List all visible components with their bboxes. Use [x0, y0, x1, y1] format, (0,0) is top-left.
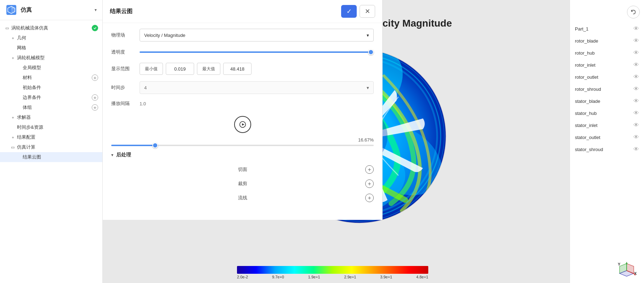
- tree-label-rc: 结果配置: [17, 134, 98, 140]
- post-header-arrow-icon: ▾: [111, 152, 113, 157]
- colorbar-label-2: 1.9e+1: [308, 275, 320, 279]
- post-item-slice: 切面 ＋: [111, 162, 374, 177]
- min-value-input[interactable]: [166, 63, 194, 75]
- add-material-icon[interactable]: ＋: [92, 74, 98, 81]
- layer-item-part1[interactable]: Part_1 👁: [570, 23, 644, 35]
- layer-item-rotor-outlet[interactable]: rotor_outlet 👁: [570, 71, 644, 83]
- layer-item-stator-inlet[interactable]: stator_inlet 👁: [570, 119, 644, 131]
- visibility-icon-rotor-outlet[interactable]: 👁: [633, 74, 639, 80]
- playback-section: 16.67%: [111, 113, 374, 149]
- layer-name-part1: Part_1: [575, 26, 633, 32]
- min-label-btn[interactable]: 最小值: [140, 63, 163, 75]
- post-processing-header[interactable]: ▾ 后处理: [111, 152, 374, 158]
- expand-icon: ▭: [4, 25, 10, 31]
- timestep-select[interactable]: 4 ▾: [140, 81, 374, 94]
- interval-label: 播放间隔: [111, 100, 140, 107]
- sidebar-item-sim-calc[interactable]: ▭ 仿真计算: [0, 142, 102, 152]
- visibility-icon-rotor-shroud[interactable]: 👁: [633, 86, 639, 92]
- timestep-chevron-icon: ▾: [367, 85, 369, 90]
- layer-item-rotor-inlet[interactable]: rotor_inlet 👁: [570, 59, 644, 71]
- clip-label: 裁剪: [120, 181, 365, 187]
- sidebar-item-material[interactable]: 材料 ＋: [0, 73, 102, 83]
- post-item-clip: 裁剪 ＋: [111, 177, 374, 191]
- expand-icon-sc: ▭: [10, 144, 16, 150]
- layer-name-stator-shroud: stator_shroud: [575, 147, 633, 152]
- close-button[interactable]: ✕: [360, 5, 375, 18]
- tree-label-bg: 体组: [23, 104, 90, 111]
- layer-item-rotor-hub[interactable]: rotor_hub 👁: [570, 47, 644, 59]
- physics-select-value: Velocity / Magnitude: [144, 33, 185, 38]
- layer-item-rotor-shroud[interactable]: rotor_shroud 👁: [570, 83, 644, 95]
- layer-item-stator-blade[interactable]: stator_blade 👁: [570, 95, 644, 107]
- sidebar-item-mesh[interactable]: 网格: [0, 43, 102, 53]
- right-sidebar: Part_1 👁 rotor_blade 👁 rotor_hub 👁 rotor…: [570, 0, 644, 283]
- max-label-btn[interactable]: 最大值: [197, 63, 220, 75]
- visibility-icon-stator-blade[interactable]: 👁: [633, 98, 639, 104]
- slider-thumb[interactable]: [368, 49, 374, 55]
- sidebar-item-timestep[interactable]: 时间步&资源: [0, 122, 102, 132]
- sidebar-title: 仿真: [21, 6, 95, 14]
- layer-item-stator-outlet[interactable]: stator_outlet 👁: [570, 131, 644, 143]
- progress-row: 16.67%: [111, 137, 374, 146]
- timestep-row: 时间步 4 ▾: [111, 81, 374, 94]
- visibility-icon-rotor-hub[interactable]: 👁: [633, 50, 639, 56]
- visibility-icon-stator-outlet[interactable]: 👁: [633, 134, 639, 140]
- expand-icon-turbine-model: ＋: [10, 55, 16, 61]
- slider-track: [140, 51, 374, 53]
- sidebar-item-solver[interactable]: ＋ 求解器: [0, 112, 102, 122]
- sidebar-item-global-model[interactable]: 全局模型: [0, 63, 102, 73]
- sidebar-item-boundary-cond[interactable]: 边界条件 ＋: [0, 93, 102, 102]
- center-area: 结果云图 ✓ ✕ 物理场 Velocity / Magnitude ▾ 透明度: [103, 0, 570, 283]
- layer-name-stator-outlet: stator_outlet: [575, 135, 633, 140]
- colorbar-gradient: [237, 266, 428, 274]
- progress-percent: 16.67%: [358, 137, 374, 143]
- axis-svg: Y X: [614, 258, 639, 279]
- interval-row: 播放间隔 1.0: [111, 100, 374, 107]
- tree-label-geometry: 几何: [17, 35, 98, 41]
- add-streamline-button[interactable]: ＋: [365, 194, 374, 202]
- right-sidebar-header: [570, 3, 644, 21]
- physics-select[interactable]: Velocity / Magnitude ▾: [140, 29, 374, 41]
- sidebar-header: 仿真 ▾: [0, 0, 102, 20]
- progress-track[interactable]: [111, 145, 374, 146]
- add-bc-icon[interactable]: ＋: [92, 94, 98, 101]
- confirm-button[interactable]: ✓: [341, 5, 357, 18]
- undo-button[interactable]: [627, 6, 640, 18]
- sidebar-item-geometry[interactable]: ＋ 几何: [0, 33, 102, 43]
- sidebar-item-result-config[interactable]: ＋ 结果配置: [0, 132, 102, 142]
- slice-label: 切面: [120, 166, 365, 173]
- sidebar-item-turbine-sim[interactable]: ▭ 涡轮机械流体仿真: [0, 23, 102, 33]
- result-panel-body: 物理场 Velocity / Magnitude ▾ 透明度: [103, 23, 382, 220]
- colorbar-label-4: 3.9e+1: [380, 275, 392, 279]
- transparency-row: 透明度: [111, 48, 374, 56]
- colorbar-label-3: 2.9e+1: [344, 275, 356, 279]
- layer-item-stator-shroud[interactable]: stator_shroud 👁: [570, 143, 644, 155]
- visibility-icon-part1[interactable]: 👁: [633, 26, 639, 32]
- add-slice-button[interactable]: ＋: [365, 165, 374, 174]
- layer-item-rotor-blade[interactable]: rotor_blade 👁: [570, 35, 644, 47]
- range-label: 显示范围: [111, 66, 140, 72]
- tree-label-turbine-model: 涡轮机械模型: [17, 55, 98, 61]
- visibility-icon-rotor-blade[interactable]: 👁: [633, 38, 639, 44]
- play-button[interactable]: [234, 116, 251, 133]
- sidebar-collapse-icon[interactable]: ▾: [95, 7, 97, 12]
- add-clip-button[interactable]: ＋: [365, 179, 374, 188]
- visibility-icon-rotor-inlet[interactable]: 👁: [633, 62, 639, 68]
- visibility-icon-stator-hub[interactable]: 👁: [633, 110, 639, 116]
- timestep-value: 4: [144, 85, 147, 90]
- layer-item-stator-hub[interactable]: stator_hub 👁: [570, 107, 644, 119]
- progress-thumb[interactable]: [152, 143, 158, 148]
- transparency-slider[interactable]: [140, 48, 374, 56]
- interval-value: 1.0: [140, 101, 146, 106]
- add-bg-icon[interactable]: ＋: [92, 104, 98, 111]
- sidebar-item-turbine-model[interactable]: ＋ 涡轮机械模型: [0, 53, 102, 63]
- sidebar-item-initial-cond[interactable]: 初始条件: [0, 83, 102, 93]
- max-value-input[interactable]: [223, 63, 252, 75]
- chevron-down-icon: ▾: [367, 33, 369, 38]
- sidebar-item-result-cloud[interactable]: 结果云图: [0, 152, 102, 162]
- sidebar-item-body-group[interactable]: 体组 ＋: [0, 102, 102, 112]
- tree-label-bc: 边界条件: [23, 94, 90, 101]
- visibility-icon-stator-inlet[interactable]: 👁: [633, 122, 639, 128]
- visibility-icon-stator-shroud[interactable]: 👁: [633, 146, 639, 152]
- svg-marker-26: [626, 262, 628, 264]
